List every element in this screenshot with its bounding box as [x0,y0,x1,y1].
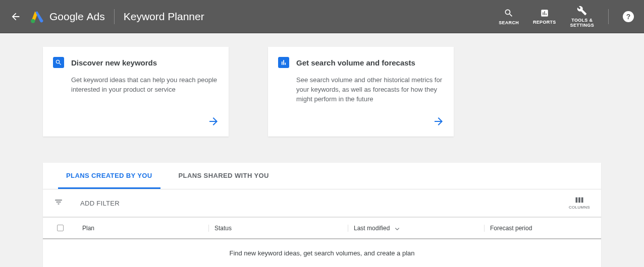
reports-icon [540,9,549,18]
column-forecast-period[interactable]: Forecast period [484,225,601,232]
svg-rect-1 [575,197,577,203]
select-all-checkbox[interactable] [57,225,64,231]
columns-icon [575,196,584,204]
columns-button[interactable]: COLUMNS [569,196,590,210]
svg-rect-2 [578,197,580,203]
page-title: Keyword Planner [124,11,204,23]
app-header: Google Ads Keyword Planner SEARCH REPORT… [0,0,644,33]
discover-keywords-card[interactable]: Discover new keywords Get keyword ideas … [43,47,229,137]
tools-settings-button[interactable]: TOOLS & SETTINGS [570,6,594,28]
divider [608,9,609,24]
search-button[interactable]: SEARCH [499,8,519,25]
arrow-down-icon [394,225,401,232]
arrow-right-icon [207,115,220,129]
back-arrow-button[interactable] [10,11,21,22]
card-title: Discover new keywords [71,58,157,67]
help-button[interactable]: ? [623,11,634,22]
table-empty-message: Find new keyword ideas, get search volum… [43,239,601,267]
header-rule [0,33,644,33]
divider [114,9,115,24]
reports-button[interactable]: REPORTS [533,9,556,25]
svg-point-0 [31,19,35,23]
column-last-modified[interactable]: Last modified [348,225,484,232]
funnel-icon [54,197,63,207]
add-filter-button[interactable]: ADD FILTER [80,199,120,207]
tab-plans-shared[interactable]: PLANS SHARED WITH YOU [171,163,277,189]
tab-plans-by-you[interactable]: PLANS CREATED BY YOU [58,163,160,189]
filter-icon-button[interactable] [54,197,63,209]
plans-tabs: PLANS CREATED BY YOU PLANS SHARED WITH Y… [43,163,601,189]
column-plan[interactable]: Plan [77,225,208,232]
card-description: Get keyword ideas that can help you reac… [53,75,219,94]
header-nav: SEARCH REPORTS TOOLS & SETTINGS ? [499,6,634,28]
search-icon [504,8,514,18]
google-ads-logo-icon [30,10,44,23]
filter-row: ADD FILTER COLUMNS [43,189,601,217]
search-box-icon [53,57,64,68]
plans-panel: PLANS CREATED BY YOU PLANS SHARED WITH Y… [43,163,601,267]
card-title: Get search volume and forecasts [296,58,415,67]
bar-chart-icon [278,57,289,68]
arrow-left-icon [10,11,21,22]
column-status[interactable]: Status [208,225,348,232]
card-description: See search volume and other historical m… [278,75,444,104]
question-icon: ? [626,13,631,21]
brand-text: Google Ads [49,11,105,23]
cards-row: Discover new keywords Get keyword ideas … [43,47,601,137]
wrench-icon [577,6,587,16]
svg-rect-3 [581,197,583,203]
arrow-right-icon [433,115,445,129]
forecasts-card[interactable]: Get search volume and forecasts See sear… [268,47,454,137]
plans-table: Plan Status Last modified Forecast perio… [43,217,601,267]
brand-logo: Google Ads [30,10,105,23]
table-header-row: Plan Status Last modified Forecast perio… [43,217,601,239]
